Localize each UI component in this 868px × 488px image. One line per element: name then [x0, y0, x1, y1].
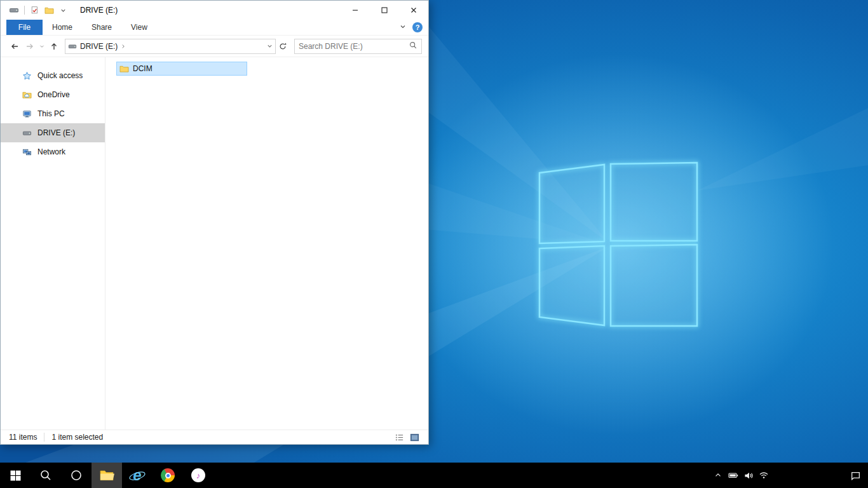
qat-new-folder-icon[interactable] — [43, 4, 55, 16]
close-button[interactable] — [399, 1, 428, 20]
thumbnails-view-button[interactable] — [409, 431, 420, 443]
file-explorer-window: DRIVE (E:) File Home Share View ? — [0, 0, 429, 445]
back-button[interactable] — [7, 39, 22, 54]
sidebar-item-onedrive[interactable]: OneDrive — [1, 85, 105, 104]
window-body: Quick access OneDrive This PC DRIVE (E:) — [1, 57, 428, 430]
folder-icon — [119, 64, 129, 74]
status-bar: 11 items 1 item selected — [1, 430, 428, 444]
sidebar-item-label: DRIVE (E:) — [37, 128, 75, 137]
file-list: DCIM — [105, 57, 428, 430]
items-count: 11 items — [9, 433, 37, 442]
taskbar-search-icon — [39, 469, 52, 482]
selection-count: 1 item selected — [51, 433, 103, 442]
address-drive-icon — [67, 41, 78, 51]
expand-ribbon-chevron-icon[interactable] — [399, 23, 407, 32]
search-input[interactable] — [299, 42, 409, 51]
taskbar-chrome-button[interactable] — [153, 463, 183, 488]
address-bar[interactable]: DRIVE (E:) — [65, 39, 276, 54]
sidebar-item-label: Quick access — [37, 71, 83, 80]
navigation-pane: Quick access OneDrive This PC DRIVE (E:) — [1, 57, 105, 430]
tray-chevron-up-icon[interactable] — [710, 463, 726, 488]
window-title: DRIVE (E:) — [80, 6, 118, 15]
search-icon[interactable] — [409, 41, 417, 52]
maximize-button[interactable] — [370, 1, 399, 20]
status-separator — [44, 433, 44, 442]
drive-icon — [22, 128, 32, 138]
window-controls — [341, 1, 428, 20]
sidebar-item-label: This PC — [37, 109, 65, 118]
tab-share[interactable]: Share — [82, 20, 121, 35]
ribbon-tabs: File Home Share View ? — [1, 20, 428, 36]
wifi-icon[interactable] — [756, 463, 771, 488]
action-center-icon[interactable] — [843, 463, 868, 488]
qat-customize-chevron-icon[interactable] — [57, 4, 69, 16]
minimize-button[interactable] — [341, 1, 370, 20]
breadcrumb-chevron-icon[interactable] — [120, 41, 126, 52]
up-button[interactable] — [46, 39, 62, 54]
battery-icon[interactable] — [726, 463, 741, 488]
sidebar-item-drive-e[interactable]: DRIVE (E:) — [1, 123, 105, 142]
network-icon — [22, 147, 32, 157]
tab-view[interactable]: View — [121, 20, 157, 35]
help-icon[interactable]: ? — [412, 22, 423, 32]
taskbar-internet-explorer-button[interactable]: e — [122, 463, 153, 488]
start-button[interactable] — [0, 463, 31, 488]
itunes-icon: ♪ — [191, 468, 205, 482]
titlebar-separator — [24, 6, 25, 15]
recent-locations-chevron-icon[interactable] — [37, 39, 46, 54]
file-name: DCIM — [133, 64, 153, 73]
cortana-button[interactable] — [61, 463, 92, 488]
refresh-button[interactable] — [276, 39, 290, 54]
file-item-dcim[interactable]: DCIM — [116, 62, 247, 76]
internet-explorer-icon: e — [133, 468, 141, 483]
this-pc-icon — [22, 109, 32, 119]
taskbar-file-explorer-button[interactable] — [92, 463, 122, 488]
taskbar: e ♪ — [0, 463, 868, 488]
address-dropdown-chevron-icon[interactable] — [266, 41, 273, 52]
window-drive-icon — [8, 4, 20, 16]
volume-icon[interactable] — [741, 463, 756, 488]
titlebar[interactable]: DRIVE (E:) — [1, 1, 428, 20]
forward-button[interactable] — [22, 39, 37, 54]
tab-file[interactable]: File — [6, 20, 43, 35]
sidebar-item-label: Network — [37, 147, 65, 156]
sidebar-item-label: OneDrive — [37, 90, 70, 99]
chrome-icon — [161, 468, 175, 482]
search-box[interactable] — [294, 39, 422, 54]
address-bar-row: DRIVE (E:) — [1, 36, 428, 57]
onedrive-icon — [22, 90, 32, 100]
file-explorer-icon — [99, 468, 114, 483]
tab-home[interactable]: Home — [43, 20, 82, 35]
system-tray — [710, 463, 868, 488]
cortana-circle-icon — [70, 469, 83, 482]
quick-access-star-icon — [22, 71, 32, 81]
taskbar-search-button[interactable] — [31, 463, 61, 488]
sidebar-item-quick-access[interactable]: Quick access — [1, 66, 105, 85]
sidebar-item-network[interactable]: Network — [1, 142, 105, 161]
breadcrumb-drive[interactable]: DRIVE (E:) — [78, 42, 120, 51]
sidebar-item-this-pc[interactable]: This PC — [1, 104, 105, 123]
taskbar-itunes-button[interactable]: ♪ — [183, 463, 214, 488]
details-view-button[interactable] — [393, 431, 405, 443]
qat-properties-icon[interactable] — [29, 4, 41, 16]
